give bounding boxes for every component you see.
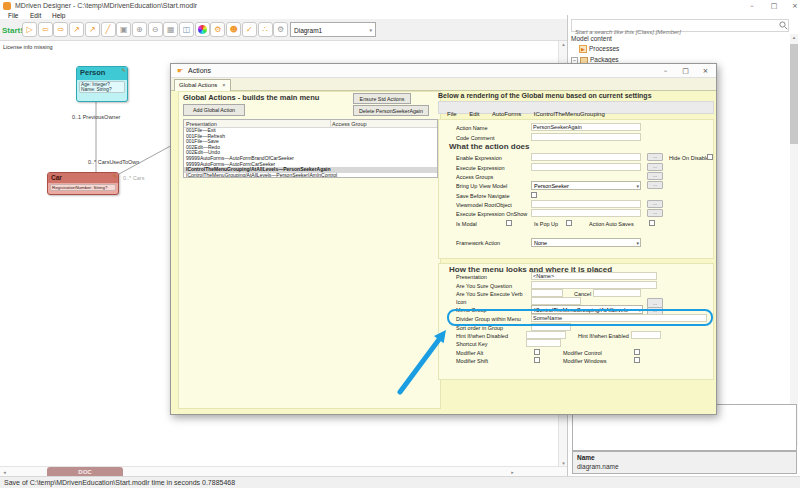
execute-expression-ellipsis-button[interactable]: ...: [647, 163, 663, 171]
access-groups-ellipsis-button[interactable]: ...: [647, 172, 663, 180]
tab-global-actions[interactable]: Global Actions×: [174, 79, 231, 91]
color-wheel-icon[interactable]: [195, 22, 210, 37]
action-name-label: Action Name: [456, 125, 488, 131]
pointer-tool-icon[interactable]: ↗: [69, 22, 84, 37]
modifier-alt-checkbox[interactable]: [534, 349, 540, 355]
annotation-arrow: [390, 320, 460, 400]
shortcut-key-input[interactable]: [526, 339, 561, 347]
framework-action-select[interactable]: None▾: [531, 238, 641, 247]
menu-preview-bar: File Edit AutoForms IControlTheMenuGroup…: [438, 101, 714, 114]
bring-up-view-model-ellipsis-button[interactable]: ...: [647, 181, 663, 189]
status-text: Save of C:\temp\MDrivenEducation\Start.m…: [4, 479, 235, 486]
menu-edit[interactable]: Edit: [30, 12, 41, 19]
viewmodel-rootobject-ellipsis-button[interactable]: ...: [647, 200, 663, 208]
icon-input[interactable]: [531, 297, 581, 305]
hint-disabled-input[interactable]: [526, 331, 566, 339]
zoom-in-icon[interactable]: ⊕: [132, 22, 147, 37]
bring-up-view-model-select[interactable]: PersonSeeker▾: [531, 181, 641, 190]
validate-icon[interactable]: ✓: [242, 22, 257, 37]
delete-personseekeragain-button[interactable]: Delete PersonSeekerAgain: [353, 105, 429, 116]
class-person[interactable]: Person ✎ Age: Integer? Name: String?: [76, 66, 128, 102]
run-icon[interactable]: ▷: [22, 22, 37, 37]
execute-expression-input[interactable]: [531, 163, 641, 171]
dialog-tab-bar: Global Actions×: [171, 78, 716, 91]
menu-file[interactable]: File: [8, 12, 18, 19]
preview-menu-edit[interactable]: Edit: [469, 111, 479, 117]
modifier-control-checkbox[interactable]: [634, 349, 640, 355]
are-you-sure-execute-verb-input[interactable]: [531, 289, 563, 297]
scrollbar-thumb[interactable]: [790, 44, 798, 144]
gear-icon[interactable]: ⚙: [273, 22, 288, 37]
execute-expression-label: Execute Expression: [456, 165, 505, 171]
enable-expression-input[interactable]: [531, 153, 641, 161]
menu-help[interactable]: Help: [52, 12, 65, 19]
code-comment-input[interactable]: [531, 133, 641, 141]
action-auto-saves-checkbox[interactable]: [649, 220, 655, 226]
hint-enabled-input[interactable]: [631, 331, 661, 339]
layers-icon[interactable]: ◫: [179, 22, 194, 37]
close-button[interactable]: ×: [787, 1, 800, 11]
action-name-input[interactable]: [531, 123, 641, 131]
line-tool-icon[interactable]: ╱: [101, 22, 116, 37]
enable-expression-label: Enable Expression: [456, 155, 502, 161]
is-modal-checkbox[interactable]: [506, 220, 512, 226]
actions-list-header: Presentation Access Group: [184, 120, 437, 128]
hide-on-disable-label: Hide On Disable: [669, 155, 709, 161]
grid-icon[interactable]: ▦: [163, 22, 178, 37]
start-button[interactable]: Start!: [2, 26, 23, 35]
action-list-item[interactable]: IControlTheMenuGrouping/AtAllLevels—Pers…: [184, 173, 437, 178]
preview-menu-file[interactable]: File: [447, 111, 457, 117]
nav-forward-icon[interactable]: ⇨: [53, 22, 68, 37]
minimize-button[interactable]: –: [744, 1, 760, 11]
search-icon[interactable]: [779, 21, 788, 30]
association-tool-icon[interactable]: ↗: [85, 22, 100, 37]
note-icon: ✎: [113, 173, 117, 179]
bring-up-view-model-label: Bring Up View Model: [456, 183, 507, 189]
diagram-selector[interactable]: Diagram1 ▾: [290, 22, 376, 37]
tree-item-processes[interactable]: ▶Processes: [571, 43, 786, 54]
execute-expression-onshow-input[interactable]: [531, 209, 641, 217]
sidebar-vscrollbar[interactable]: ▴: [790, 34, 798, 446]
ensure-std-actions-button[interactable]: Ensure Std Actions: [353, 93, 411, 104]
add-global-action-button[interactable]: Add Global Action: [183, 104, 245, 116]
tab-close-icon[interactable]: ×: [222, 82, 225, 88]
presentation-label: Presentation: [456, 274, 487, 280]
toolbar: Start! ▷ ⇦ ⇨ ↗ ↗ ╱ ▣ ⊕ ⊖ ▦ ◫ ⚙ ☻ ✓ ∴ ⚙ D…: [0, 19, 567, 41]
enable-expression-ellipsis-button[interactable]: ...: [647, 153, 663, 161]
dialog-maximize-button[interactable]: □: [677, 65, 694, 77]
save-before-navigate-checkbox[interactable]: [531, 192, 537, 198]
are-you-sure-question-input[interactable]: [531, 281, 657, 289]
column-presentation[interactable]: Presentation: [186, 121, 217, 127]
maximize-button[interactable]: □: [766, 1, 782, 11]
zoom-out-icon[interactable]: ⊖: [148, 22, 163, 37]
presentation-input[interactable]: [531, 272, 657, 280]
settings-gears-icon[interactable]: ⚙: [210, 22, 225, 37]
actions-list: Presentation Access Group 001File—Exit 0…: [183, 119, 438, 178]
modifier-windows-checkbox[interactable]: [634, 357, 640, 363]
relations-icon[interactable]: ∴: [258, 22, 273, 37]
column-access-group[interactable]: Access Group: [332, 121, 367, 127]
dialog-title-bar: ☛ Actions – □ ×: [171, 64, 716, 78]
hide-on-disable-checkbox[interactable]: [707, 154, 713, 160]
dialog-minimize-button[interactable]: –: [657, 65, 674, 77]
viewmodel-rootobject-input[interactable]: [531, 200, 641, 208]
icon-label: Icon: [456, 299, 466, 305]
is-pop-up-checkbox[interactable]: [566, 220, 572, 226]
class-car[interactable]: Car ✎ RegistrationNumber: String?: [47, 172, 119, 195]
person-tool-icon[interactable]: ☻: [226, 22, 241, 37]
cancel-verb-input[interactable]: [593, 289, 641, 297]
viewmodel-tool-icon[interactable]: ▣: [116, 22, 131, 37]
execute-expression-onshow-ellipsis-button[interactable]: ...: [647, 209, 663, 217]
execute-expression-onshow-label: Execute Expression OnShow: [456, 211, 527, 217]
nav-back-icon[interactable]: ⇦: [38, 22, 53, 37]
tab-scroll-right-icon[interactable]: ▸: [508, 469, 517, 475]
modifier-shift-checkbox[interactable]: [534, 357, 540, 363]
model-search-box: [571, 19, 789, 32]
scroll-up-icon[interactable]: ▴: [790, 34, 798, 40]
association-label-previousowner: 0..1 PreviousOwner: [72, 114, 120, 120]
what-action-does-header: What the action does: [449, 142, 529, 151]
dialog-close-button[interactable]: ×: [697, 65, 714, 77]
tab-scroll-left-icon[interactable]: ◂: [0, 469, 9, 475]
preview-menu-autoforms[interactable]: AutoForms: [492, 111, 521, 117]
preview-menu-icontrolthemenugrouping[interactable]: IControlTheMenuGrouping: [534, 111, 605, 117]
